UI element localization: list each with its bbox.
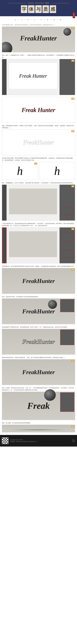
- step-03-image: 03 Freak Hunter: [2, 97, 75, 123]
- step-05-before: 05 h: [2, 162, 38, 180]
- appearance-panel[interactable]: [60, 330, 74, 345]
- sphere-decoration: [48, 300, 57, 309]
- pathfinder-panel[interactable]: [60, 392, 74, 412]
- brand-line: Adobe Illustrator 教程: [2, 2, 75, 4]
- brand-illustrator: Illustrator: [35, 2, 44, 4]
- sphere-decoration: [44, 389, 56, 401]
- gradient-panel[interactable]: [62, 250, 74, 258]
- step-13-caption: 接着，图上重铬，给色选黑色更的效果和简模覆盖。: [2, 422, 75, 424]
- step-09-image: 09 FreakHunter: [2, 298, 75, 324]
- step-11-caption: 选择所有素材后打组，然后把它展现处理。 (注意，接下来的所有步骤建议先保存英测试…: [2, 356, 75, 358]
- footer-logo-icon: 翼: [72, 439, 75, 443]
- step-12-image: 12 Freak: [2, 392, 75, 420]
- color-panel[interactable]: [62, 232, 74, 242]
- step-11-image: 11 FreakHunter: [2, 359, 75, 385]
- step-10-caption: 这里面调细节字体再加加水源。然后把再复制调一条放于正黑本， 第一个简帧色选择白色…: [2, 326, 75, 328]
- step-13-image: 13: [2, 425, 75, 432]
- footer-credits: 设计简道 作品·文章 发布 新浪微博：@tanbowensheji 邮箱 adm…: [10, 439, 37, 442]
- step-05-after: h: [39, 162, 75, 180]
- step-04-caption: 接着，把草稿图放大到400%，用钢笔工具将字体描摹。 (这时一定要注意字体笔划不…: [2, 125, 75, 129]
- step-04-image: 04 FreakHunter: [2, 130, 75, 155]
- stroke-panel[interactable]: [60, 299, 74, 312]
- ai-panels[interactable]: [60, 228, 75, 263]
- step-01-image: 01 FreakHunter: [2, 26, 75, 52]
- ai-panels[interactable]: [60, 59, 75, 95]
- step-02-image: 02 Freak Hunter: [2, 59, 75, 95]
- qr-code: [2, 438, 8, 444]
- step-07-caption: 工具栏选择渐变工具，然后渐变角度改方框行调整我将选90， 并在CMYK，分别设置…: [2, 222, 75, 227]
- gradient-panel[interactable]: [62, 208, 74, 215]
- ai-toolbar[interactable]: [2, 185, 6, 220]
- brand-adobe: Adobe: [28, 2, 34, 4]
- step-06-image: 06: [2, 184, 75, 221]
- step-12-caption: 同样一步细填，所有处的字体进行完善。 比如，第一，字节的部象如图的条条第二+字体…: [2, 387, 75, 391]
- ai-toolbar[interactable]: [2, 228, 6, 263]
- step-02-caption: 首先，建立一个A4横版的文档（300PX）， 文档建立后将图片拖拽到空白处，用光…: [2, 54, 75, 58]
- step-10-image: 10 FreakHunter: [2, 329, 75, 354]
- footer: 设计简道 作品·文章 发布 新浪微博：@tanbowensheji 邮箱 adm…: [0, 435, 77, 446]
- part-badge: part 01: [73, 12, 75, 18]
- subtitle: 设 / 计 / 简 / 道 / 字 / 体 / 篇 / 略: [0, 16, 77, 22]
- step-05-caption: 没时间字体进行调整，单此比如图数平笔体确上与小弯曲距而较后来都突然变重。 如左图…: [2, 157, 75, 161]
- step-06-caption: 再次，给填颜版建立二次长行字体填色。 (通过观察+描字体的做色，可以发现简有一个…: [2, 182, 75, 184]
- main-title: 字 体 与 质 感: [2, 5, 75, 13]
- brand-suffix: 教程: [45, 2, 49, 4]
- step-08-image: 08 FreakHunter: [2, 268, 75, 294]
- intro-text: //首先讲解重点问题。 接近便用AI从零理想开始，处理手绘到转化效果，请逐渐慎呈…: [2, 24, 75, 26]
- ai-toolbar[interactable]: [2, 59, 6, 95]
- step-07-image: 07: [2, 227, 75, 264]
- step-08-caption: 渐变调整好后，拖下的填调节饱和度便可以选高中边3CM「填描选。 (末改描边纯白色…: [2, 265, 75, 268]
- ai-panels[interactable]: [60, 185, 75, 220]
- step-09-caption: 然后，选定所有字体线，打开属性微小击目标显框后的链接后填: [2, 296, 75, 298]
- tutorial-header: Adobe Illustrator 教程 字 体 与 质 感 part 01: [0, 0, 77, 16]
